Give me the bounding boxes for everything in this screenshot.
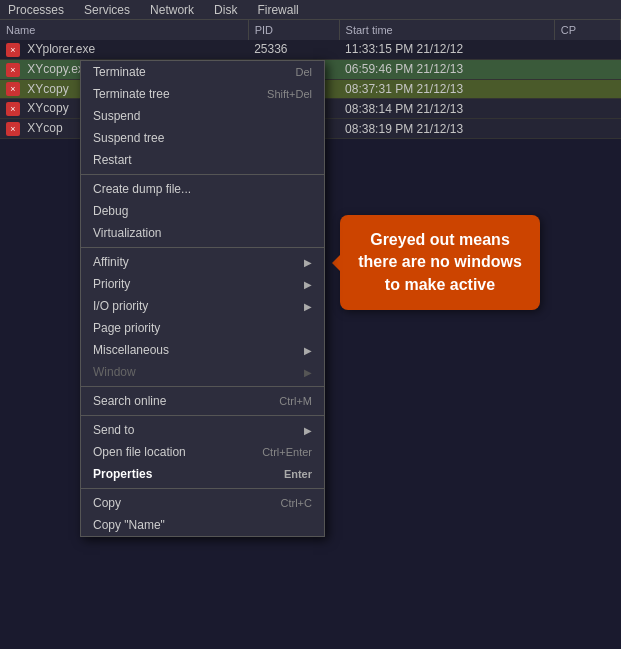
process-icon: × xyxy=(6,102,20,116)
ctx-io-priority[interactable]: I/O priority ▶ xyxy=(81,295,324,317)
ctx-terminate[interactable]: Terminate Del xyxy=(81,61,324,83)
process-icon: × xyxy=(6,82,20,96)
ctx-terminate-tree[interactable]: Terminate tree Shift+Del xyxy=(81,83,324,105)
process-name: × XYplorer.exe xyxy=(0,40,248,59)
ctx-priority[interactable]: Priority ▶ xyxy=(81,273,324,295)
ctx-send-to[interactable]: Send to ▶ xyxy=(81,419,324,441)
ctx-affinity[interactable]: Affinity ▶ xyxy=(81,251,324,273)
ctx-window[interactable]: Window ▶ xyxy=(81,361,324,383)
col-cp[interactable]: CP xyxy=(554,20,620,40)
ctx-debug[interactable]: Debug xyxy=(81,200,324,222)
menu-disk[interactable]: Disk xyxy=(210,3,241,17)
ctx-open-file-location[interactable]: Open file location Ctrl+Enter xyxy=(81,441,324,463)
process-start: 06:59:46 PM 21/12/13 xyxy=(339,59,554,79)
process-start: 08:38:14 PM 21/12/13 xyxy=(339,99,554,119)
process-cp xyxy=(554,99,620,119)
process-start: 08:38:19 PM 21/12/13 xyxy=(339,119,554,139)
ctx-sep-1 xyxy=(81,174,324,175)
ctx-suspend-tree[interactable]: Suspend tree xyxy=(81,127,324,149)
table-row[interactable]: × XYplorer.exe 25336 11:33:15 PM 21/12/1… xyxy=(0,40,621,59)
menu-network[interactable]: Network xyxy=(146,3,198,17)
menu-processes[interactable]: Processes xyxy=(4,3,68,17)
process-cp xyxy=(554,79,620,99)
process-start: 11:33:15 PM 21/12/12 xyxy=(339,40,554,59)
process-cp xyxy=(554,59,620,79)
context-menu: Terminate Del Terminate tree Shift+Del S… xyxy=(80,60,325,537)
process-cp xyxy=(554,40,620,59)
tooltip-bubble: Greyed out means there are no windows to… xyxy=(340,215,540,310)
ctx-copy[interactable]: Copy Ctrl+C xyxy=(81,492,324,514)
ctx-restart[interactable]: Restart xyxy=(81,149,324,171)
ctx-sep-5 xyxy=(81,488,324,489)
col-pid[interactable]: PID xyxy=(248,20,339,40)
process-start: 08:37:31 PM 21/12/13 xyxy=(339,79,554,99)
menu-services[interactable]: Services xyxy=(80,3,134,17)
process-icon: × xyxy=(6,43,20,57)
ctx-sep-4 xyxy=(81,415,324,416)
process-icon: × xyxy=(6,63,20,77)
ctx-sep-2 xyxy=(81,247,324,248)
ctx-sep-3 xyxy=(81,386,324,387)
process-icon: × xyxy=(6,122,20,136)
ctx-virtualization[interactable]: Virtualization xyxy=(81,222,324,244)
ctx-miscellaneous[interactable]: Miscellaneous ▶ xyxy=(81,339,324,361)
ctx-create-dump[interactable]: Create dump file... xyxy=(81,178,324,200)
process-pid: 25336 xyxy=(248,40,339,59)
col-start[interactable]: Start time xyxy=(339,20,554,40)
ctx-properties[interactable]: Properties Enter xyxy=(81,463,324,485)
col-name[interactable]: Name xyxy=(0,20,248,40)
ctx-search-online[interactable]: Search online Ctrl+M xyxy=(81,390,324,412)
process-cp xyxy=(554,119,620,139)
ctx-suspend[interactable]: Suspend xyxy=(81,105,324,127)
menu-bar: Processes Services Network Disk Firewall xyxy=(0,0,621,20)
ctx-page-priority[interactable]: Page priority xyxy=(81,317,324,339)
menu-firewall[interactable]: Firewall xyxy=(253,3,302,17)
ctx-copy-name[interactable]: Copy "Name" xyxy=(81,514,324,536)
